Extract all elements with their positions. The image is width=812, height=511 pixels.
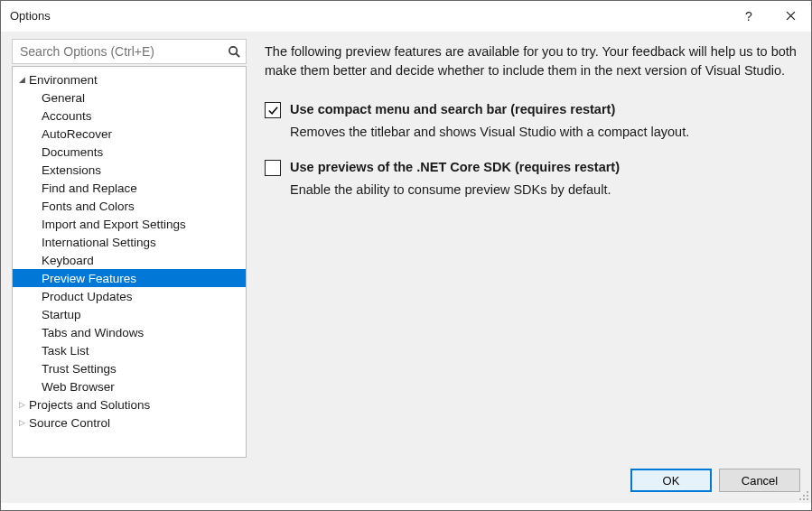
left-pane: ◢EnvironmentGeneralAccountsAutoRecoverDo… (12, 39, 247, 458)
tree-item-label: AutoRecover (42, 127, 112, 141)
tree-item-trust-settings[interactable]: Trust Settings (13, 359, 246, 377)
tree-item-documents[interactable]: Documents (13, 143, 246, 161)
tree-item-label: Documents (42, 145, 103, 159)
feature-checkbox[interactable] (265, 160, 281, 176)
tree-item-label: Product Updates (42, 290, 133, 303)
tree-item-autorecover[interactable]: AutoRecover (13, 125, 246, 143)
tree-item-label: Import and Export Settings (42, 218, 186, 231)
tree-item-label: Source Control (29, 416, 110, 430)
category-tree: ◢EnvironmentGeneralAccountsAutoRecoverDo… (12, 66, 247, 458)
tree-item-find-and-replace[interactable]: Find and Replace (13, 179, 246, 197)
tree-item-label: Trust Settings (42, 362, 117, 376)
tree-item-task-list[interactable]: Task List (13, 341, 246, 359)
svg-point-2 (807, 491, 808, 493)
help-button[interactable]: ? (728, 1, 770, 32)
content-area: ◢EnvironmentGeneralAccountsAutoRecoverDo… (1, 32, 811, 458)
tree-item-startup[interactable]: Startup (13, 305, 246, 323)
tree-item-label: Environment (29, 73, 98, 87)
tree-item-label: Projects and Solutions (29, 398, 150, 412)
tree-item-general[interactable]: General (13, 88, 246, 107)
feature-row: Use previews of the .NET Core SDK (requi… (265, 158, 797, 200)
tree-item-web-browser[interactable]: Web Browser (13, 377, 246, 395)
tree-item-extensions[interactable]: Extensions (13, 161, 246, 179)
tree-item-preview-features[interactable]: Preview Features (13, 269, 246, 287)
feature-desc: Enable the ability to consume preview SD… (290, 181, 620, 200)
settings-pane: The following preview features are avail… (247, 39, 800, 458)
tree-item-label: Preview Features (42, 272, 136, 285)
tree-item-keyboard[interactable]: Keyboard (13, 251, 246, 269)
tree-item-label: Accounts (42, 109, 92, 123)
dialog-footer: OK Cancel (1, 458, 811, 503)
tree-item-source-control[interactable]: ▷Source Control (13, 413, 246, 432)
svg-point-5 (799, 498, 801, 500)
intro-text: The following preview features are avail… (265, 42, 797, 80)
svg-point-4 (807, 495, 808, 497)
tree-item-label: Fonts and Colors (42, 200, 135, 213)
cancel-button[interactable]: Cancel (719, 469, 800, 492)
tree-item-import-and-export-settings[interactable]: Import and Export Settings (13, 215, 246, 233)
tree-item-label: Task List (42, 344, 89, 358)
tree-item-label: Find and Replace (42, 181, 137, 195)
feature-title: Use previews of the .NET Core SDK (requi… (290, 158, 620, 177)
svg-line-1 (236, 53, 239, 57)
tree-item-label: Keyboard (42, 254, 94, 267)
svg-point-7 (807, 498, 808, 500)
tree-item-tabs-and-windows[interactable]: Tabs and Windows (13, 323, 246, 341)
feature-row: Use compact menu and search bar (require… (265, 100, 797, 142)
expand-icon[interactable]: ▷ (16, 400, 27, 409)
svg-point-6 (803, 498, 805, 500)
svg-point-0 (229, 46, 236, 53)
tree-item-label: Tabs and Windows (42, 326, 144, 339)
tree-scroll[interactable]: ◢EnvironmentGeneralAccountsAutoRecoverDo… (13, 67, 246, 457)
search-input[interactable] (13, 41, 222, 62)
check-icon (267, 105, 279, 116)
svg-point-3 (803, 495, 805, 497)
resize-grip-icon[interactable] (798, 490, 809, 501)
tree-item-projects-and-solutions[interactable]: ▷Projects and Solutions (13, 395, 246, 413)
feature-title: Use compact menu and search bar (require… (290, 100, 689, 119)
ok-button[interactable]: OK (630, 469, 712, 492)
feature-checkbox[interactable] (265, 102, 281, 118)
tree-item-product-updates[interactable]: Product Updates (13, 287, 246, 305)
tree-item-label: Startup (42, 308, 81, 321)
expand-icon[interactable]: ▷ (16, 418, 27, 427)
tree-item-fonts-and-colors[interactable]: Fonts and Colors (13, 197, 246, 215)
tree-item-label: International Settings (42, 236, 156, 249)
collapse-icon[interactable]: ◢ (16, 75, 27, 84)
tree-item-label: Extensions (42, 163, 101, 177)
tree-item-environment[interactable]: ◢Environment (13, 70, 246, 88)
tree-item-international-settings[interactable]: International Settings (13, 233, 246, 251)
window-title: Options (10, 9, 728, 23)
search-icon (222, 45, 246, 59)
tree-item-label: General (42, 91, 85, 105)
feature-desc: Removes the titlebar and shows Visual St… (290, 123, 689, 142)
close-button[interactable] (770, 1, 811, 32)
tree-item-label: Web Browser (42, 380, 115, 394)
search-box[interactable] (12, 39, 247, 64)
tree-item-accounts[interactable]: Accounts (13, 107, 246, 125)
close-icon (786, 11, 796, 21)
titlebar: Options ? (1, 1, 811, 32)
